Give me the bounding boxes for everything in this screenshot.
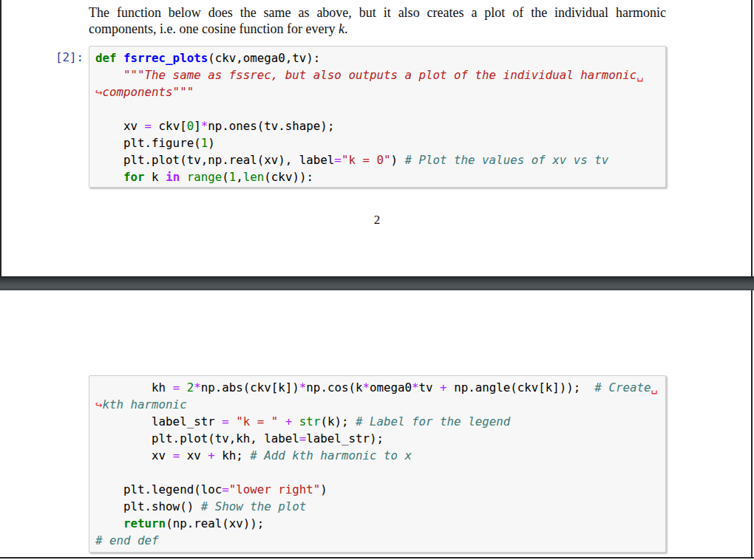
pdf-viewer: The function below does the same as abov… xyxy=(0,0,754,560)
paragraph-line-2-period: . xyxy=(344,21,348,36)
paragraph-line-2: components, i.e. one cosine function for… xyxy=(89,21,666,37)
code-cell-page2: kh = 2*np.abs(ckv[k])*np.cos(k*omega0*tv… xyxy=(89,375,666,553)
page-bottom-edge xyxy=(0,557,754,559)
paragraph-line-1: The function below does the same as abov… xyxy=(89,4,666,21)
input-prompt: [2]: xyxy=(30,49,84,66)
page-number: 2 xyxy=(0,213,754,228)
page-left-edge xyxy=(0,0,1,277)
paragraph: The function below does the same as abov… xyxy=(89,4,666,37)
code-lines: kh = 2*np.abs(ckv[k])*np.cos(k*omega0*tv… xyxy=(95,379,659,549)
page-right-edge-bottom xyxy=(751,290,753,557)
code-lines: def fsrrec_plots(ckv,omega0,tv): """The … xyxy=(95,49,659,185)
page-right-edge-top xyxy=(751,0,753,277)
math-variable-k: k xyxy=(339,21,344,36)
code-cell-page1: def fsrrec_plots(ckv,omega0,tv): """The … xyxy=(89,46,666,188)
paragraph-line-2-text: components, i.e. one cosine function for… xyxy=(89,21,339,36)
page-separator xyxy=(0,276,754,290)
